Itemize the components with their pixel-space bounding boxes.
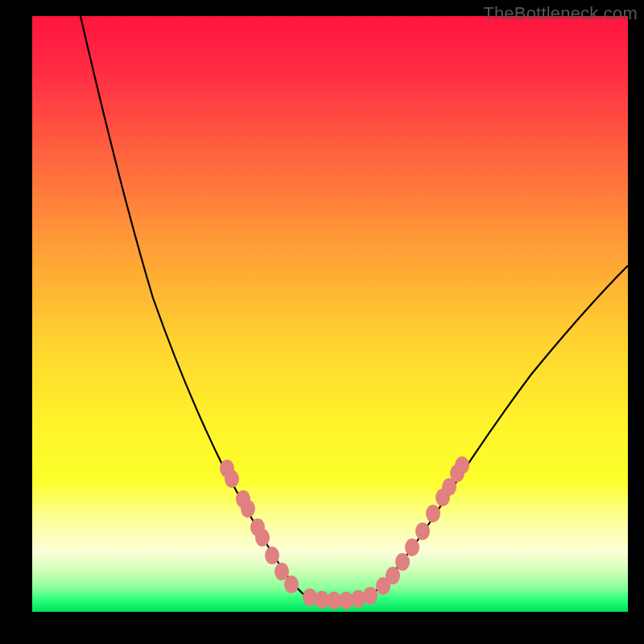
bead-left-6 (265, 547, 279, 564)
bead-right-9 (455, 456, 469, 474)
bead-right-3 (405, 539, 419, 556)
bead-bottom-5 (363, 587, 378, 605)
bead-bottom-4 (351, 590, 365, 608)
bead-right-2 (395, 553, 410, 571)
bead-left-8 (284, 576, 299, 593)
bead-right-4 (415, 522, 430, 540)
beads-group (220, 456, 469, 609)
chart-svg (32, 16, 628, 612)
bead-right-5 (426, 505, 440, 522)
left-curve (80, 16, 306, 596)
bead-right-1 (386, 567, 400, 584)
bead-left-3 (241, 500, 255, 518)
chart-root: TheBottleneck.com (0, 0, 644, 644)
watermark-text: TheBottleneck.com (483, 3, 638, 24)
bead-left-1 (225, 470, 239, 488)
bead-bottom-0 (303, 588, 317, 606)
bead-left-5 (255, 529, 270, 547)
plot-area (32, 16, 628, 612)
